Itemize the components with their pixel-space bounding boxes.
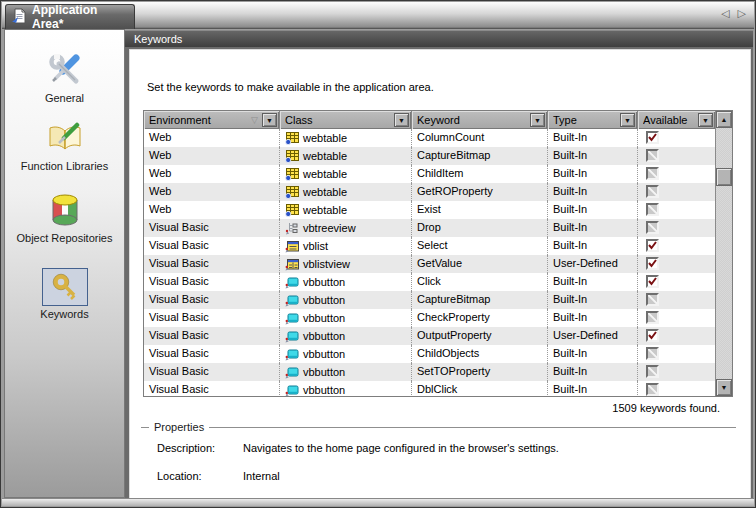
available-checkbox[interactable] xyxy=(646,149,659,162)
cell-available xyxy=(638,273,715,291)
vertical-scrollbar[interactable]: ▲ ▼ xyxy=(715,111,732,396)
table-row[interactable]: Visual BasicvbbuttonChildObjectsBuilt-In xyxy=(144,345,715,363)
cell-environment: Visual Basic xyxy=(144,327,280,345)
table-row[interactable]: Visual BasicvbbuttonDblClickBuilt-In xyxy=(144,381,715,396)
scroll-down-button[interactable]: ▼ xyxy=(716,379,732,396)
available-checkbox[interactable] xyxy=(646,365,659,378)
table-row[interactable]: Visual BasicvbbuttonCaptureBitmapBuilt-I… xyxy=(144,291,715,309)
available-checkbox[interactable] xyxy=(646,275,659,288)
scroll-up-button[interactable]: ▲ xyxy=(716,111,732,128)
cell-available xyxy=(638,363,715,381)
class-name-text: vbbutton xyxy=(303,384,345,396)
cell-environment: Visual Basic xyxy=(144,345,280,363)
cell-environment: Web xyxy=(144,201,280,219)
table-row[interactable]: Visual BasicvblistviewGetValueUser-Defin… xyxy=(144,255,715,273)
cell-environment: Visual Basic xyxy=(144,255,280,273)
application-area-window: Application Area* ◁ ▷ General xyxy=(0,0,756,508)
available-checkbox[interactable] xyxy=(646,311,659,324)
cell-keyword: ChildItem xyxy=(412,165,548,183)
available-checkbox[interactable] xyxy=(646,293,659,306)
property-location-row: Location: Internal xyxy=(157,470,280,482)
keywords-table: Environment ▽ ▼ Class ▼ Keyword ▼ Type xyxy=(143,110,733,397)
available-checkbox[interactable] xyxy=(646,185,659,198)
cell-keyword: CaptureBitmap xyxy=(412,147,548,165)
keyword-count-text: 1509 keywords found. xyxy=(143,402,720,414)
scrollbar-thumb[interactable] xyxy=(716,168,732,186)
filter-dropdown-button[interactable]: ▼ xyxy=(394,113,409,127)
cell-environment: Web xyxy=(144,183,280,201)
cell-available xyxy=(638,165,715,183)
cell-type: Built-In xyxy=(548,129,638,147)
cell-class: vblist xyxy=(280,237,412,255)
column-header-available[interactable]: Available ▼ xyxy=(638,111,715,129)
cell-available xyxy=(638,291,715,309)
sidebar-item-keywords[interactable]: Keywords xyxy=(5,268,124,320)
properties-collapse-indicator xyxy=(141,427,149,428)
panel-title: Keywords xyxy=(134,33,182,45)
available-checkbox[interactable] xyxy=(646,221,659,234)
cell-type: Built-In xyxy=(548,147,638,165)
available-checkbox[interactable] xyxy=(646,203,659,216)
location-label: Location: xyxy=(157,470,240,482)
sidebar-item-general[interactable]: General xyxy=(5,52,124,104)
cell-keyword: SetTOProperty xyxy=(412,363,548,381)
table-row[interactable]: Visual BasicvbbuttonOutputPropertyUser-D… xyxy=(144,327,715,345)
cell-environment: Visual Basic xyxy=(144,309,280,327)
cell-type: Built-In xyxy=(548,219,638,237)
available-checkbox[interactable] xyxy=(646,383,659,396)
filter-dropdown-button[interactable]: ▼ xyxy=(698,113,713,127)
cell-class: webtable xyxy=(280,183,412,201)
properties-divider-line xyxy=(209,427,736,428)
table-row[interactable]: WebwebtableCaptureBitmapBuilt-In xyxy=(144,147,715,165)
tab-scroll-right-icon[interactable]: ▷ xyxy=(738,7,746,20)
table-row[interactable]: Visual BasicvblistSelectBuilt-In xyxy=(144,237,715,255)
table-row[interactable]: WebwebtableChildItemBuilt-In xyxy=(144,165,715,183)
filter-dropdown-button[interactable]: ▼ xyxy=(620,113,635,127)
cell-class: webtable xyxy=(280,165,412,183)
cell-type: Built-In xyxy=(548,201,638,219)
available-checkbox[interactable] xyxy=(646,239,659,252)
class-name-text: vbbutton xyxy=(303,312,345,324)
available-checkbox[interactable] xyxy=(646,329,659,342)
available-checkbox[interactable] xyxy=(646,347,659,360)
table-row[interactable]: WebwebtableColumnCountBuilt-In xyxy=(144,129,715,147)
available-checkbox[interactable] xyxy=(646,131,659,144)
table-row[interactable]: Visual BasicvbbuttonSetTOPropertyBuilt-I… xyxy=(144,363,715,381)
table-row[interactable]: WebwebtableGetROPropertyBuilt-In xyxy=(144,183,715,201)
available-checkbox[interactable] xyxy=(646,257,659,270)
column-header-keyword[interactable]: Keyword ▼ xyxy=(412,111,548,129)
properties-section-header: Properties xyxy=(141,421,736,433)
class-name-text: vbbutton xyxy=(303,294,345,306)
column-header-class[interactable]: Class ▼ xyxy=(280,111,412,129)
table-row[interactable]: Visual BasicvbbuttonClickBuilt-In xyxy=(144,273,715,291)
vbtreeview-icon xyxy=(285,222,299,235)
cell-class: webtable xyxy=(280,147,412,165)
instruction-text: Set the keywords to make available in th… xyxy=(147,81,434,93)
cell-type: Built-In xyxy=(548,291,638,309)
property-description-row: Description: Navigates to the home page … xyxy=(157,442,559,454)
class-name-text: vbbutton xyxy=(303,330,345,342)
table-row[interactable]: Visual BasicvbbuttonCheckPropertyBuilt-I… xyxy=(144,309,715,327)
tab-scroll-left-icon[interactable]: ◁ xyxy=(721,7,729,20)
cell-keyword: CaptureBitmap xyxy=(412,291,548,309)
chevron-down-icon: ▼ xyxy=(266,117,273,124)
table-row[interactable]: WebwebtableExistBuilt-In xyxy=(144,201,715,219)
class-name-text: webtable xyxy=(303,150,347,162)
selected-item-frame xyxy=(42,268,88,306)
cell-class: vbtreeview xyxy=(280,219,412,237)
cell-available xyxy=(638,345,715,363)
tab-application-area[interactable]: Application Area* xyxy=(5,4,135,29)
sidebar-item-function-libraries[interactable]: Function Libraries xyxy=(5,122,124,172)
vbbutton-icon xyxy=(285,276,299,289)
webtable-grid-icon xyxy=(285,186,299,199)
sidebar-item-object-repositories[interactable]: Object Repositories xyxy=(5,192,124,244)
available-checkbox[interactable] xyxy=(646,167,659,180)
column-header-type[interactable]: Type ▼ xyxy=(548,111,638,129)
application-area-document-icon xyxy=(11,8,27,27)
column-header-environment[interactable]: Environment ▽ ▼ xyxy=(144,111,280,129)
sidebar-item-label: General xyxy=(5,92,124,104)
filter-dropdown-button[interactable]: ▼ xyxy=(530,113,545,127)
filter-dropdown-button[interactable]: ▼ xyxy=(262,113,277,127)
webtable-grid-icon xyxy=(285,150,299,163)
table-row[interactable]: Visual BasicvbtreeviewDropBuilt-In xyxy=(144,219,715,237)
